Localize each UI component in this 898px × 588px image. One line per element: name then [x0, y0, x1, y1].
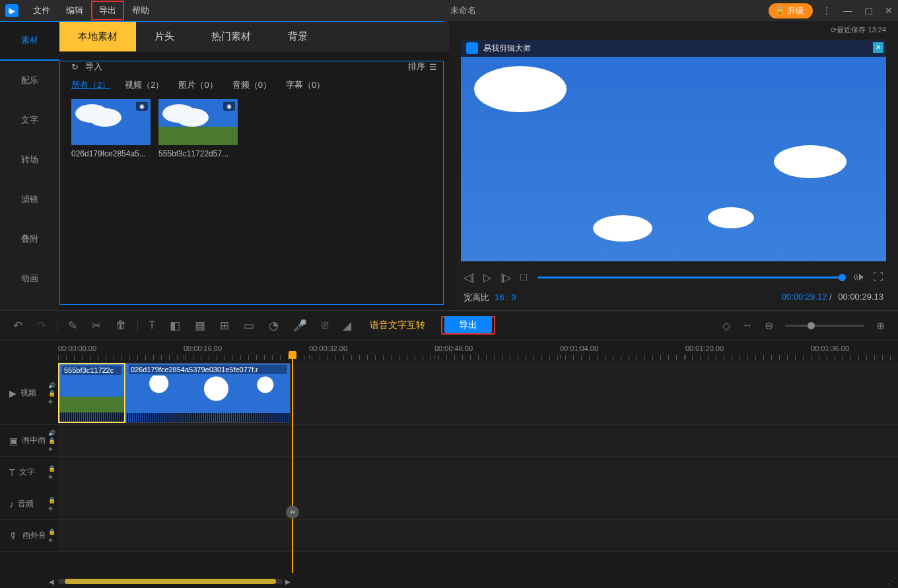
filter-all[interactable]: 所有（2） [71, 79, 110, 91]
more-icon[interactable]: ⋮ [822, 5, 831, 16]
lock-icon[interactable]: 🔒 [48, 497, 55, 504]
ratio-value[interactable]: 16 : 9 [495, 292, 516, 302]
menubar: 文件 编辑 导出 帮助 [25, 1, 157, 20]
lock-icon[interactable]: 🔒 [48, 390, 55, 397]
export-highlight: 导出 [441, 316, 495, 335]
next-frame-button[interactable]: |▷ [501, 271, 511, 284]
preview-app-name: 易我剪辑大师 [483, 43, 531, 54]
video-track-icon: ▶ [9, 388, 17, 399]
voiceover-icon[interactable]: 🎤 [293, 319, 307, 333]
hide-icon[interactable]: ◈ [48, 537, 55, 543]
tab-intro[interactable]: 片头 [136, 21, 193, 51]
filter-video[interactable]: 视频（2） [125, 79, 164, 91]
import-button[interactable]: 导入 [85, 61, 102, 73]
resize-grip-icon[interactable]: ⋰ [887, 576, 895, 585]
media-thumb[interactable]: ◉ 555bf3c11722d57... [158, 99, 238, 158]
mute-icon[interactable]: 🔊 [48, 382, 55, 389]
play-button[interactable]: ▷ [483, 271, 491, 284]
mosaic-icon[interactable]: ▦ [195, 319, 205, 333]
prev-frame-button[interactable]: ◁| [464, 271, 474, 284]
filter-subtitle[interactable]: 字幕（0） [286, 79, 325, 91]
timeline-scrollbar[interactable] [58, 579, 283, 584]
close-button[interactable]: ✕ [885, 5, 893, 16]
sidebar-item-overlay[interactable]: 叠附 [0, 219, 59, 259]
voice-track-icon: 🎙 [9, 531, 18, 541]
progress-slider[interactable] [537, 277, 843, 278]
time-ruler[interactable]: 00:00:00.00 00:00:16.00 00:00:32.00 00:0… [58, 341, 898, 362]
maximize-button[interactable]: ▢ [864, 5, 873, 16]
upgrade-button[interactable]: 🔒升级 [769, 3, 813, 18]
refresh-icon[interactable]: ↻ [71, 62, 79, 72]
color-icon[interactable]: ◢ [343, 319, 351, 333]
project-title: 未命名 [157, 5, 769, 16]
record-screen-icon[interactable]: ⎚ [322, 319, 328, 332]
preview-video[interactable]: 易我剪辑大师 ✕ [461, 40, 886, 261]
camera-icon: ◉ [136, 102, 148, 111]
undo-button[interactable]: ↶ [13, 319, 22, 333]
ratio-label: 宽高比 [464, 292, 489, 302]
preview-close-icon[interactable]: ✕ [873, 42, 883, 53]
crop-icon[interactable]: ◧ [170, 319, 180, 333]
export-button[interactable]: 导出 [444, 316, 492, 333]
preview-panel: ⟳最近保存 13:24 易我剪辑大师 ✕ ◁| ▷ |▷ □ 🕪 ⛶ 宽高比16… [449, 21, 898, 310]
sidebar-item-animation[interactable]: 动画 [0, 259, 59, 298]
speed-icon[interactable]: ◔ [269, 319, 279, 333]
sidebar-item-filter[interactable]: 滤镜 [0, 180, 59, 219]
hide-icon[interactable]: ◈ [48, 398, 55, 405]
sidebar-item-material[interactable]: 素材 [0, 21, 59, 61]
volume-icon[interactable]: 🕪 [853, 271, 864, 283]
hide-icon[interactable]: ◈ [48, 505, 55, 511]
menu-export[interactable]: 导出 [91, 1, 124, 20]
text-track-icon: T [9, 467, 15, 478]
sort-icon[interactable]: ☰ [429, 62, 437, 72]
hide-icon[interactable]: ◈ [48, 445, 55, 452]
menu-help[interactable]: 帮助 [124, 1, 157, 20]
fullscreen-icon[interactable]: ⛶ [873, 271, 883, 283]
tab-hot[interactable]: 热门素材 [193, 21, 269, 51]
stop-button[interactable]: □ [520, 271, 527, 284]
marker-icon[interactable]: ◇ [722, 319, 730, 332]
lock-icon[interactable]: 🔒 [48, 465, 55, 472]
scroll-left-icon[interactable]: ◀ [49, 578, 54, 585]
lock-icon[interactable]: 🔒 [48, 438, 55, 444]
filter-audio[interactable]: 音频（0） [232, 79, 271, 91]
sidebar-item-text[interactable]: 文字 [0, 100, 59, 140]
sidebar-item-transition[interactable]: 转场 [0, 140, 59, 180]
time-total: 00:00:29.13 [838, 292, 883, 302]
timeline-clip[interactable]: 026d179fce2854a5379e0301e5fe077f.r [125, 363, 291, 423]
mute-icon[interactable]: 🔊 [48, 430, 55, 436]
playhead[interactable]: ✂ [292, 355, 293, 573]
track-voice: 🎙画外音 🔒◈ [0, 520, 898, 552]
menu-file[interactable]: 文件 [25, 1, 58, 20]
scroll-right-icon[interactable]: ▶ [285, 578, 291, 585]
zoom-out-icon[interactable]: ⊖ [765, 319, 773, 332]
split-screen-icon[interactable]: ⊞ [220, 319, 229, 333]
freeze-icon[interactable]: ▭ [244, 319, 254, 333]
camera-icon: ◉ [223, 102, 235, 111]
tab-local[interactable]: 本地素材 [59, 21, 136, 51]
app-logo: i▶ [5, 4, 18, 17]
delete-icon[interactable]: 🗑 [116, 319, 127, 332]
sidebar-item-music[interactable]: 配乐 [0, 61, 59, 100]
timeline-clip[interactable]: 555bf3c11722c [58, 363, 125, 423]
tab-background[interactable]: 背景 [269, 21, 326, 51]
text-tool-icon[interactable]: T [149, 319, 155, 332]
lock-icon[interactable]: 🔒 [48, 529, 55, 535]
fit-icon[interactable]: ↔ [742, 319, 753, 331]
cut-icon[interactable]: ✂ [92, 319, 101, 333]
zoom-slider[interactable] [785, 325, 864, 327]
minimize-button[interactable]: — [843, 5, 852, 16]
redo-button[interactable]: ↷ [37, 319, 46, 333]
media-library: 素材 配乐 文字 转场 滤镜 叠附 动画 本地素材 片头 热门素材 背景 ↻ 导… [0, 21, 449, 310]
playhead-split-icon[interactable]: ✂ [286, 506, 299, 519]
menu-edit[interactable]: 编辑 [58, 1, 91, 20]
edit-icon[interactable]: ✎ [68, 319, 77, 333]
media-filters: 所有（2） 视频（2） 图片（0） 音频（0） 字幕（0） [71, 79, 437, 99]
hide-icon[interactable]: ◈ [48, 473, 55, 480]
filter-image[interactable]: 图片（0） [178, 79, 217, 91]
voice-text-button[interactable]: 语音文字互转 [370, 319, 425, 331]
media-thumb[interactable]: ◉ 026d179fce2854a5... [71, 99, 151, 158]
track-pip: ▣画中画 🔊🔒◈ [0, 425, 898, 457]
sort-label[interactable]: 排序 [408, 61, 425, 73]
zoom-in-icon[interactable]: ⊕ [876, 319, 885, 332]
